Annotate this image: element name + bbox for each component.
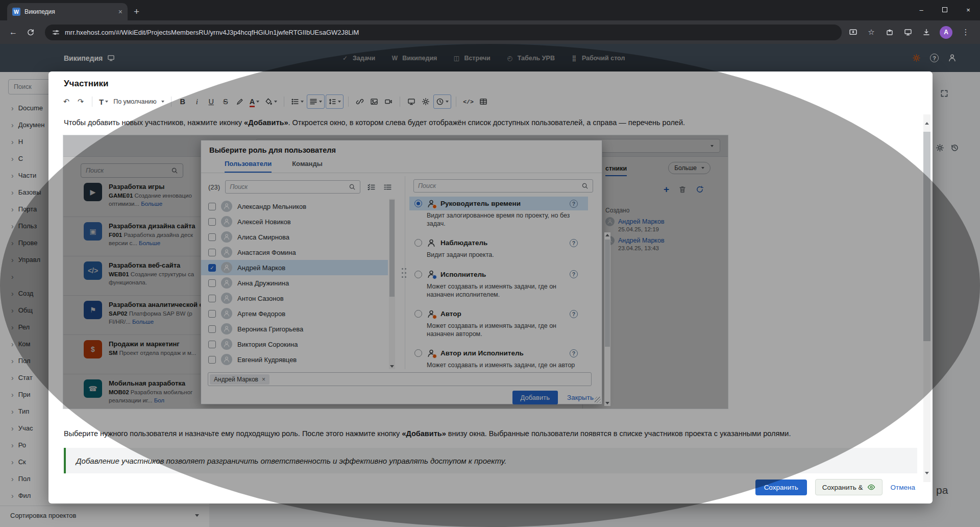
maximize-button[interactable] — [933, 0, 957, 19]
scroll-up-arrow[interactable] — [925, 116, 929, 125]
bookmark-star-icon[interactable]: ☆ — [866, 27, 876, 37]
paragraph-style-dropdown[interactable]: По умолчанию — [111, 94, 166, 109]
undo-button[interactable]: ↶ — [60, 94, 73, 109]
reload-button[interactable] — [22, 24, 39, 40]
back-button[interactable]: ← — [5, 24, 21, 40]
minimize-button[interactable]: – — [910, 0, 933, 19]
side-panel-icon[interactable] — [903, 27, 913, 37]
redo-button[interactable]: ↷ — [74, 94, 87, 109]
eye-icon — [867, 483, 875, 491]
browser-chrome: W Википедия × + – × ← → mrr.hxehost.com/… — [0, 0, 980, 44]
scroll-down-arrow[interactable] — [925, 472, 929, 480]
favicon: W — [12, 8, 20, 16]
tab-strip: W Википедия × + – × — [0, 0, 980, 20]
profile-avatar[interactable]: A — [940, 26, 952, 39]
downloads-icon[interactable] — [921, 27, 932, 37]
separator — [92, 97, 92, 107]
save-and-view-button[interactable]: Сохранить & — [815, 479, 883, 495]
cancel-button[interactable]: Отмена — [891, 484, 915, 491]
browser-toolbar: ← → mrr.hxehost.com/#/WikiEdit/ProjectsM… — [0, 20, 980, 44]
install-icon[interactable] — [848, 27, 858, 37]
address-bar[interactable]: mrr.hxehost.com/#/WikiEdit/ProjectsMembe… — [45, 25, 842, 40]
site-info-icon[interactable] — [52, 29, 60, 36]
url-text: mrr.hxehost.com/#/WikiEdit/ProjectsMembe… — [65, 29, 359, 36]
browser-tab[interactable]: W Википедия × — [7, 3, 128, 20]
text-style-button[interactable]: T — [97, 94, 110, 109]
tab-close-icon[interactable]: × — [118, 8, 122, 15]
tab-title: Википедия — [24, 8, 55, 15]
browser-menu-icon[interactable]: ⋮ — [961, 27, 971, 37]
extensions-icon[interactable] — [885, 27, 895, 37]
window-close-button[interactable]: × — [957, 0, 980, 19]
forward-button[interactable]: → — [0, 44, 980, 527]
new-tab-button[interactable]: + — [134, 7, 139, 16]
